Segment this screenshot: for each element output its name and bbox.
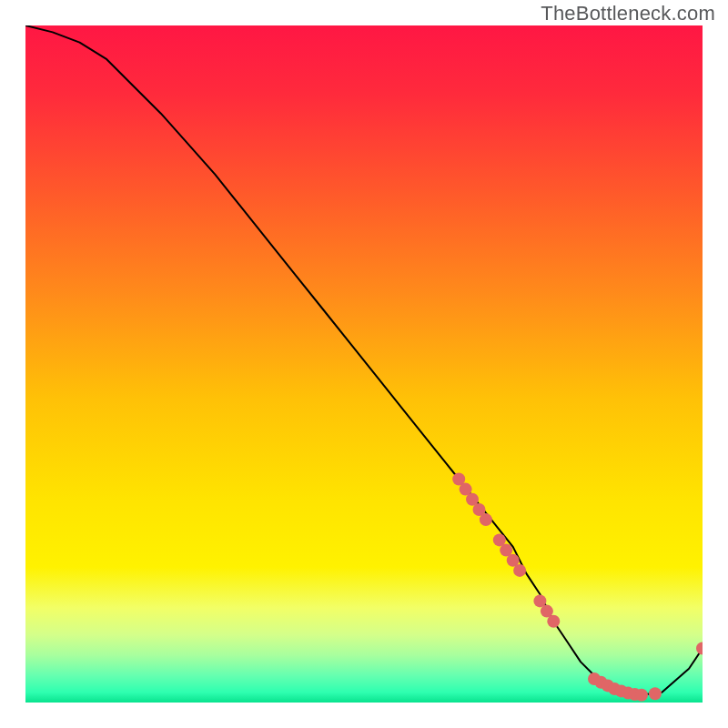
data-point	[547, 615, 560, 628]
data-point	[480, 513, 492, 526]
watermark-text: TheBottleneck.com	[541, 2, 715, 25]
data-point	[649, 687, 662, 700]
data-point	[635, 689, 648, 702]
data-point	[513, 564, 526, 577]
gradient-rect	[25, 25, 703, 703]
chart-frame: TheBottleneck.com	[0, 0, 728, 728]
plot-svg	[25, 25, 703, 703]
plot-area	[25, 25, 703, 703]
